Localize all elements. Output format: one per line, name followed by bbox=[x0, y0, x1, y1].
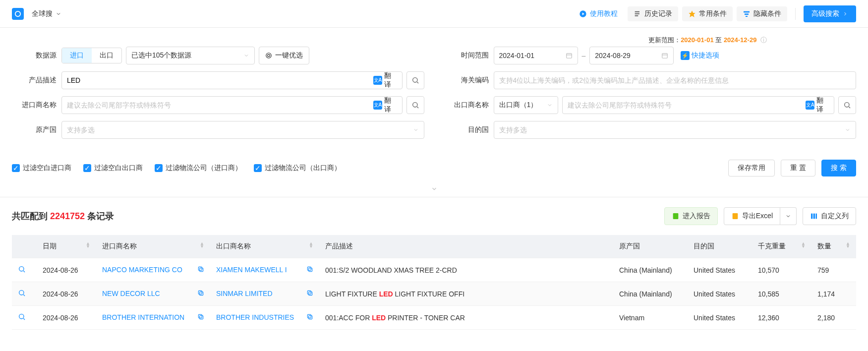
export-dropdown-button[interactable] bbox=[780, 207, 797, 225]
product-desc-input[interactable] bbox=[67, 76, 369, 84]
copy-icon[interactable] bbox=[306, 290, 313, 298]
save-common-button[interactable]: 保存常用 bbox=[728, 160, 775, 176]
update-range-text: 更新范围：2020-01-01 至 2024-12-29 ⓘ bbox=[12, 36, 856, 45]
exporter-select[interactable]: 出口商（1） bbox=[494, 96, 558, 114]
global-search-label: 全球搜 bbox=[32, 9, 53, 18]
importer-link[interactable]: NEW DECOR LLC bbox=[102, 290, 160, 297]
export-excel-label: 导出Excel bbox=[742, 212, 773, 221]
svg-rect-32 bbox=[200, 292, 203, 295]
advanced-search-button[interactable]: 高级搜索 bbox=[804, 5, 856, 22]
search-square-button[interactable] bbox=[838, 96, 856, 114]
filter-logistics-exporter-checkbox[interactable]: ✓ 过滤物流公司（出口商） bbox=[254, 164, 341, 173]
importer-link[interactable]: BROTHER INTERNATION bbox=[102, 313, 184, 321]
cell-dest: United States bbox=[688, 306, 752, 330]
enter-report-label: 进入报告 bbox=[683, 212, 710, 221]
col-weight[interactable]: 千克重量▲▼ bbox=[752, 235, 811, 258]
row-search-icon[interactable] bbox=[18, 291, 26, 298]
dest-country-select[interactable] bbox=[494, 121, 857, 139]
global-search-dropdown[interactable]: 全球搜 bbox=[32, 9, 61, 18]
copy-icon[interactable] bbox=[197, 290, 204, 298]
search-icon bbox=[411, 76, 419, 84]
translate-button[interactable]: 文A 翻译 bbox=[373, 96, 397, 114]
importer-name-input-wrapper: 文A 翻译 bbox=[61, 96, 403, 114]
import-export-toggle[interactable]: 进口 出口 bbox=[61, 48, 122, 63]
info-icon[interactable]: ⓘ bbox=[760, 36, 767, 44]
filter-logistics-importer-checkbox[interactable]: ✓ 过滤物流公司（进口商） bbox=[155, 164, 242, 173]
cell-dest: United States bbox=[688, 258, 752, 282]
origin-country-select[interactable] bbox=[61, 121, 424, 139]
cell-qty: 1,174 bbox=[811, 282, 856, 306]
tutorial-link[interactable]: 使用教程 bbox=[573, 6, 624, 21]
checkbox-checked-icon: ✓ bbox=[155, 164, 163, 172]
date-separator: – bbox=[582, 52, 586, 59]
search-square-button[interactable] bbox=[406, 71, 424, 89]
col-qty[interactable]: 数量▲▼ bbox=[811, 235, 856, 258]
search-button[interactable]: 搜 索 bbox=[821, 160, 856, 176]
filter-empty-exporter-checkbox[interactable]: ✓ 过滤空白出口商 bbox=[83, 164, 143, 173]
reset-button[interactable]: 重 置 bbox=[781, 160, 815, 176]
svg-point-13 bbox=[412, 78, 417, 82]
chevron-down-icon bbox=[56, 11, 61, 17]
row-search-icon[interactable] bbox=[18, 267, 26, 275]
exporter-link[interactable]: XIAMEN MAKEWELL I bbox=[216, 266, 287, 274]
col-importer[interactable]: 进口商名称▲▼ bbox=[96, 235, 210, 258]
svg-rect-23 bbox=[815, 214, 817, 219]
copy-icon[interactable] bbox=[197, 266, 204, 274]
checkbox-checked-icon: ✓ bbox=[12, 164, 20, 172]
history-button[interactable]: 历史记录 bbox=[628, 6, 678, 21]
exporter-name-input[interactable] bbox=[568, 101, 802, 109]
translate-button[interactable]: 文A 翻译 bbox=[806, 96, 829, 114]
hidden-conditions-button[interactable]: 隐藏条件 bbox=[737, 6, 787, 21]
optimize-label: 一键优选 bbox=[275, 51, 303, 60]
origin-placeholder bbox=[67, 126, 413, 134]
export-excel-button[interactable]: 导出Excel bbox=[724, 207, 780, 225]
advanced-search-label: 高级搜索 bbox=[811, 9, 839, 18]
svg-rect-26 bbox=[200, 268, 203, 272]
custom-columns-button[interactable]: 自定义列 bbox=[803, 207, 856, 225]
copy-icon[interactable] bbox=[306, 266, 313, 274]
copy-icon[interactable] bbox=[306, 313, 313, 322]
translate-button[interactable]: 文A 翻译 bbox=[373, 71, 397, 89]
star-icon bbox=[688, 10, 696, 18]
translate-label: 翻译 bbox=[384, 96, 397, 114]
filter-empty-importer-checkbox[interactable]: ✓ 过滤空白进口商 bbox=[12, 164, 71, 173]
optimize-button[interactable]: 一键优选 bbox=[259, 47, 309, 64]
copy-icon[interactable] bbox=[197, 313, 204, 322]
date-from-input[interactable]: 2024-01-01 bbox=[494, 47, 578, 64]
import-tab[interactable]: 进口 bbox=[62, 48, 92, 63]
svg-line-18 bbox=[849, 107, 850, 108]
date-to-input[interactable]: 2024-08-29 bbox=[589, 47, 674, 64]
svg-rect-4 bbox=[744, 11, 750, 12]
svg-rect-34 bbox=[309, 292, 312, 295]
exporter-link[interactable]: BROTHER INDUSTRIES bbox=[216, 313, 294, 321]
results-count-text: 共匹配到 2241752 条记录 bbox=[12, 210, 114, 222]
svg-rect-22 bbox=[813, 214, 815, 219]
svg-rect-35 bbox=[307, 291, 311, 294]
collapse-handle[interactable] bbox=[421, 185, 448, 194]
exporter-link[interactable]: SINMAR LIMITED bbox=[216, 290, 273, 297]
export-tab[interactable]: 出口 bbox=[92, 48, 121, 63]
col-exporter[interactable]: 出口商名称▲▼ bbox=[210, 235, 319, 258]
dest-placeholder bbox=[499, 126, 845, 134]
calendar-icon bbox=[661, 52, 668, 59]
hs-code-input[interactable] bbox=[499, 76, 851, 84]
favorites-button[interactable]: 常用条件 bbox=[682, 6, 733, 21]
check-label: 过滤物流公司（进口商） bbox=[166, 164, 242, 173]
datasource-select[interactable]: 已选中105个数据源 bbox=[126, 47, 255, 64]
check-label: 过滤物流公司（出口商） bbox=[265, 164, 341, 173]
history-icon bbox=[634, 10, 641, 18]
col-dest: 目的国 bbox=[688, 235, 752, 258]
enter-report-button[interactable]: 进入报告 bbox=[664, 207, 718, 225]
quick-options-button[interactable]: ⚡ 快捷选项 bbox=[681, 51, 719, 60]
cell-product: 001:ACC FOR LED PRINTER - TONER CAR bbox=[319, 306, 613, 330]
lightning-icon: ⚡ bbox=[681, 51, 690, 60]
sort-icon: ▲▼ bbox=[86, 242, 90, 248]
importer-name-input[interactable] bbox=[67, 101, 369, 109]
row-search-icon[interactable] bbox=[18, 314, 26, 322]
cell-date: 2024-08-26 bbox=[37, 282, 96, 306]
col-date[interactable]: 日期▲▼ bbox=[37, 235, 96, 258]
importer-link[interactable]: NAPCO MARKETING CO bbox=[102, 266, 182, 274]
search-square-button[interactable] bbox=[406, 96, 424, 114]
svg-line-14 bbox=[417, 82, 418, 83]
svg-rect-11 bbox=[662, 54, 668, 58]
